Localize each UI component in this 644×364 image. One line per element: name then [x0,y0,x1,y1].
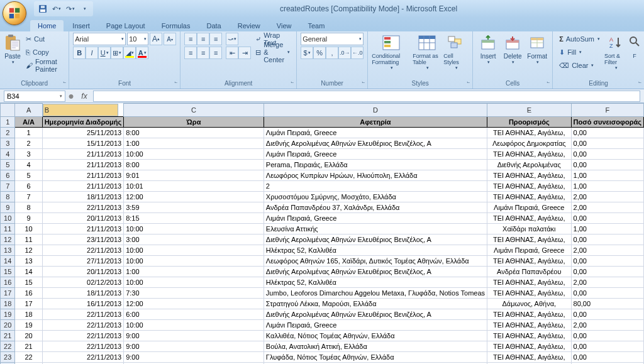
border-button[interactable]: ⊞▾ [111,47,123,59]
table-cell[interactable]: 1,00 [571,170,643,180]
fill-button[interactable]: ⬇Fill▾ [557,46,602,58]
row-header-8[interactable]: 8 [1,191,15,202]
table-cell[interactable]: 13 [15,255,42,266]
table-cell[interactable]: 27/11/2013 [42,255,124,266]
font-name-select[interactable]: Arial▾ [73,33,126,45]
tab-formulas[interactable]: Formulas [154,20,198,31]
number-format-select[interactable]: General▾ [301,33,364,45]
font-color-button[interactable]: A▾ [136,47,148,59]
table-cell[interactable]: 1,00 [571,180,643,191]
column-header-B[interactable]: B [43,104,118,116]
table-cell[interactable]: 18/11/2013 [42,287,124,298]
table-cell[interactable]: 22/11/2013 [42,330,124,341]
table-cell[interactable]: Δάμωνος, Αθήνα, [487,298,572,309]
table-cell[interactable]: Λιμάνι Πειραιά, Greece [264,319,487,330]
table-cell[interactable]: Λιμάνι Πειραιά, Greece [487,245,572,255]
table-cell[interactable]: ΤΕΙ ΑΘΗΝΑΣ, Αιγάλεω, [487,309,572,319]
table-cell[interactable]: Jumbo, Leoforos Dimarchou Aggelou Metaxa… [264,287,487,298]
percent-format-button[interactable]: % [313,47,326,59]
table-cell[interactable]: Ηλέκτρας 52, Καλλιθέα [264,245,487,255]
table-cell[interactable]: 0,00 [571,330,643,341]
table-cell[interactable]: 1:00 [124,266,264,277]
table-cell[interactable]: ΤΕΙ ΑΘΗΝΑΣ, Αιγάλεω, [487,234,572,245]
name-box[interactable]: B34▾ [4,91,65,102]
fx-icon[interactable]: fx [78,91,91,102]
table-cell[interactable]: 10:00 [124,148,264,159]
table-cell[interactable]: 21 [15,341,42,351]
table-cell[interactable]: 10:01 [124,180,264,191]
tab-review[interactable]: Review [230,20,268,31]
table-cell[interactable]: 10:00 [124,277,264,287]
office-button[interactable] [3,1,26,25]
table-cell[interactable]: 22/11/2013 [42,245,124,255]
table-cell[interactable]: ΤΕΙ ΑΘΗΝΑΣ, Αιγάλεω, [487,319,572,330]
tab-data[interactable]: Data [199,20,228,31]
row-header-15[interactable]: 15 [1,266,15,277]
table-cell[interactable]: 1:00 [124,138,264,148]
paste-button[interactable]: Paste▾ [4,33,21,65]
format-painter-button[interactable]: 🖌Format Painter [23,59,65,72]
table-cell[interactable]: 22/11/2013 [42,202,124,212]
row-header-4[interactable]: 4 [1,148,15,159]
column-header-A[interactable]: A [15,104,42,117]
row-header-23[interactable]: 23 [1,351,15,362]
accounting-format-button[interactable]: $▾ [301,47,313,59]
shrink-font-button[interactable]: A▾ [164,33,176,45]
table-cell[interactable]: Λιμάνι Πειραιά, Greece [487,202,572,212]
grow-font-button[interactable]: A▴ [150,33,162,45]
cut-button[interactable]: ✂Cut [23,33,65,45]
table-cell[interactable]: 2,00 [571,277,643,287]
table-cell[interactable]: 12:00 [124,191,264,202]
format-cells-button[interactable]: Format▾ [526,33,548,65]
table-cell[interactable]: ΤΕΙ ΑΘΗΝΑΣ, Αιγάλεω, [487,277,572,287]
header-cell[interactable]: Ποσό συνεισοφοράς [571,116,643,127]
table-cell[interactable]: 8:15 [124,212,264,223]
header-cell[interactable]: A/A [15,116,42,127]
table-cell[interactable]: 21/11/2013 [42,223,124,234]
tab-home[interactable]: Home [30,20,64,31]
table-cell[interactable]: Ελευσίνα Αττικής [264,223,487,234]
qat-customize-icon[interactable]: ▾ [79,4,89,14]
row-header-22[interactable]: 22 [1,341,15,351]
table-cell[interactable]: 0,00 [571,255,643,266]
tab-team[interactable]: Team [300,20,332,31]
table-cell[interactable]: 19 [15,319,42,330]
table-cell[interactable]: 20/11/2013 [42,212,124,223]
table-cell[interactable]: 3:00 [124,234,264,245]
table-cell[interactable]: 18/11/2013 [42,191,124,202]
comma-format-button[interactable]: , [326,47,338,59]
table-cell[interactable]: 7 [15,191,42,202]
table-cell[interactable]: 0,00 [571,309,643,319]
table-cell[interactable]: 2,00 [571,191,643,202]
table-cell[interactable]: 15/11/2013 [42,138,124,148]
table-cell[interactable]: 16/11/2013 [42,298,124,309]
sort-filter-button[interactable]: AZ Sort & Filter▾ [604,33,627,70]
table-cell[interactable]: 3 [15,148,42,159]
row-header-16[interactable]: 16 [1,277,15,287]
table-cell[interactable]: 7:30 [124,287,264,298]
table-cell[interactable]: 2 [15,138,42,148]
table-cell[interactable]: 17 [15,298,42,309]
table-cell[interactable]: Διεθνής Αερολιμένας Αθηνών Ελευθέριος Βε… [264,234,487,245]
table-cell[interactable]: 10:00 [124,319,264,330]
table-cell[interactable]: 4 [15,159,42,170]
table-cell[interactable]: 14 [15,266,42,277]
row-header-21[interactable]: 21 [1,330,15,341]
row-header-6[interactable]: 6 [1,170,15,180]
worksheet[interactable]: ABCDEF1A/AΗμερομηνία ΔιαδρομήςΏραΑφετηρί… [0,103,644,364]
align-bottom-button[interactable]: ≡ [209,33,222,45]
table-cell[interactable]: 21/11/2013 [42,148,124,159]
align-left-button[interactable]: ≡ [184,47,197,59]
column-header-C[interactable]: C [124,104,264,117]
table-cell[interactable]: 21/11/2013 [42,180,124,191]
table-cell[interactable]: 18 [15,309,42,319]
table-cell[interactable]: 9:00 [124,330,264,341]
table-cell[interactable]: ΤΕΙ ΑΘΗΝΑΣ, Αιγάλεω, [487,180,572,191]
cell-styles-button[interactable]: Cell Styles▾ [443,33,469,70]
table-cell[interactable]: Διεθνής Αερολιμένας Αθηνών Ελευθέριος Βε… [264,266,487,277]
table-cell[interactable]: Διεθνής Αερολιμένας Αθηνών Ελευθέριος Βε… [264,309,487,319]
table-cell[interactable]: Ανδρέα Παπανδρέου [487,266,572,277]
table-cell[interactable]: 22 [15,351,42,362]
table-cell[interactable]: Λεωφόρος Δημοκρατίας [487,138,572,148]
table-cell[interactable]: 0,00 [571,287,643,298]
